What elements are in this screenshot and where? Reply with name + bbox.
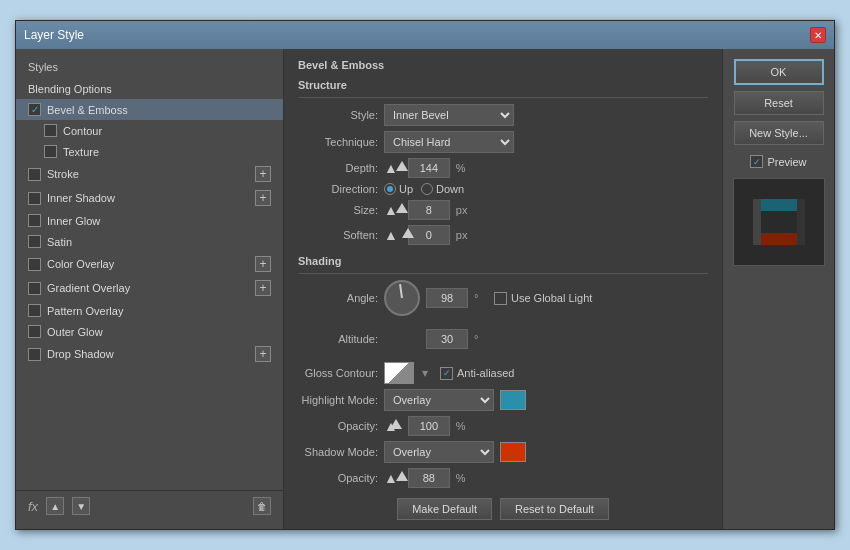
altitude-input[interactable] — [426, 329, 468, 349]
drop-shadow-label: Drop Shadow — [47, 348, 255, 360]
gloss-contour-row: Gloss Contour: ▾ ✓ Anti-aliased — [298, 362, 708, 384]
sidebar-item-satin[interactable]: Satin — [16, 231, 283, 252]
anti-aliased-checkbox[interactable]: ✓ — [440, 367, 453, 380]
preview-checkbox[interactable]: ✓ — [750, 155, 763, 168]
satin-checkbox[interactable] — [28, 235, 41, 248]
direction-down-item[interactable]: Down — [421, 183, 464, 195]
shadow-mode-select[interactable]: Overlay Normal Multiply — [384, 441, 494, 463]
highlight-mode-select[interactable]: Overlay Normal Screen — [384, 389, 494, 411]
inner-glow-checkbox[interactable] — [28, 214, 41, 227]
sidebar-item-color-overlay[interactable]: Color Overlay + — [16, 252, 283, 276]
outer-glow-label: Outer Glow — [47, 326, 271, 338]
highlight-opacity-label: Opacity: — [298, 420, 378, 432]
sidebar-item-contour[interactable]: Contour — [16, 120, 283, 141]
soften-label: Soften: — [298, 229, 378, 241]
anti-aliased-label: Anti-aliased — [457, 367, 514, 379]
left-toolbar: fx ▲ ▼ 🗑 — [16, 490, 283, 521]
direction-up-label: Up — [399, 183, 413, 195]
gloss-contour-label: Gloss Contour: — [298, 367, 378, 379]
technique-select[interactable]: Chisel Hard Smooth Chisel Soft — [384, 131, 514, 153]
bevel-label: Bevel & Emboss — [47, 104, 271, 116]
move-down-button[interactable]: ▼ — [72, 497, 90, 515]
inner-shadow-add-button[interactable]: + — [255, 190, 271, 206]
ok-button[interactable]: OK — [734, 59, 824, 85]
move-up-button[interactable]: ▲ — [46, 497, 64, 515]
depth-label: Depth: — [298, 162, 378, 174]
inner-glow-label: Inner Glow — [47, 215, 271, 227]
shadow-opacity-unit: % — [456, 472, 470, 484]
angle-row: Angle: ° Use Global Light — [298, 280, 708, 316]
direction-down-label: Down — [436, 183, 464, 195]
direction-up-radio[interactable] — [384, 183, 396, 195]
angle-input[interactable] — [426, 288, 468, 308]
dialog-title: Layer Style — [24, 28, 84, 42]
texture-checkbox[interactable] — [44, 145, 57, 158]
make-default-button[interactable]: Make Default — [397, 498, 492, 520]
shadow-color-swatch[interactable] — [500, 442, 526, 462]
reset-to-default-button[interactable]: Reset to Default — [500, 498, 609, 520]
sidebar-item-gradient-overlay[interactable]: Gradient Overlay + — [16, 276, 283, 300]
outer-glow-checkbox[interactable] — [28, 325, 41, 338]
direction-row: Direction: Up Down — [298, 183, 708, 195]
highlight-opacity-input[interactable] — [408, 416, 450, 436]
highlight-color-swatch[interactable] — [500, 390, 526, 410]
bevel-checkbox[interactable]: ✓ — [28, 103, 41, 116]
depth-input[interactable] — [408, 158, 450, 178]
size-input[interactable] — [408, 200, 450, 220]
direction-up-item[interactable]: Up — [384, 183, 413, 195]
sidebar-item-pattern-overlay[interactable]: Pattern Overlay — [16, 300, 283, 321]
direction-label: Direction: — [298, 183, 378, 195]
shadow-opacity-input[interactable] — [408, 468, 450, 488]
use-global-light-checkbox[interactable] — [494, 292, 507, 305]
sidebar-item-blending[interactable]: Blending Options — [16, 79, 283, 99]
stroke-add-button[interactable]: + — [255, 166, 271, 182]
sidebar-item-texture[interactable]: Texture — [16, 141, 283, 162]
new-style-button[interactable]: New Style... — [734, 121, 824, 145]
highlight-mode-row: Highlight Mode: Overlay Normal Screen — [298, 389, 708, 411]
svg-rect-4 — [797, 199, 805, 245]
direction-down-radio[interactable] — [421, 183, 433, 195]
gradient-overlay-label: Gradient Overlay — [47, 282, 255, 294]
sidebar-item-bevel[interactable]: ✓ Bevel & Emboss — [16, 99, 283, 120]
dialog-body: Styles Blending Options ✓ Bevel & Emboss… — [16, 49, 834, 529]
shadow-opacity-row: Opacity: ▲ % — [298, 468, 708, 488]
drop-shadow-add-button[interactable]: + — [255, 346, 271, 362]
satin-label: Satin — [47, 236, 271, 248]
depth-unit: % — [456, 162, 470, 174]
gradient-overlay-checkbox[interactable] — [28, 282, 41, 295]
stroke-checkbox[interactable] — [28, 168, 41, 181]
technique-row: Technique: Chisel Hard Smooth Chisel Sof… — [298, 131, 708, 153]
color-overlay-add-button[interactable]: + — [255, 256, 271, 272]
stroke-label: Stroke — [47, 168, 255, 180]
sidebar-item-drop-shadow[interactable]: Drop Shadow + — [16, 342, 283, 366]
svg-rect-3 — [753, 199, 761, 245]
sidebar-item-inner-glow[interactable]: Inner Glow — [16, 210, 283, 231]
soften-input[interactable] — [408, 225, 450, 245]
style-row: Style: Inner Bevel Outer Bevel Emboss — [298, 104, 708, 126]
angle-dial[interactable] — [384, 280, 420, 316]
style-select[interactable]: Inner Bevel Outer Bevel Emboss — [384, 104, 514, 126]
sidebar-item-outer-glow[interactable]: Outer Glow — [16, 321, 283, 342]
layer-style-dialog: Layer Style ✕ Styles Blending Options ✓ … — [15, 20, 835, 530]
delete-button[interactable]: 🗑 — [253, 497, 271, 515]
sidebar-item-inner-shadow[interactable]: Inner Shadow + — [16, 186, 283, 210]
close-icon: ✕ — [814, 30, 822, 41]
contour-label: Contour — [63, 125, 271, 137]
preview-label: Preview — [767, 156, 806, 168]
pattern-overlay-checkbox[interactable] — [28, 304, 41, 317]
preview-container: ✓ Preview — [750, 155, 806, 168]
shading-title: Shading — [298, 255, 708, 267]
contour-checkbox[interactable] — [44, 124, 57, 137]
angle-unit: ° — [474, 292, 488, 304]
gloss-contour-preview[interactable] — [384, 362, 414, 384]
close-button[interactable]: ✕ — [810, 27, 826, 43]
inner-shadow-checkbox[interactable] — [28, 192, 41, 205]
altitude-row: Altitude: ° — [298, 321, 708, 357]
drop-shadow-checkbox[interactable] — [28, 348, 41, 361]
gradient-overlay-add-button[interactable]: + — [255, 280, 271, 296]
color-overlay-checkbox[interactable] — [28, 258, 41, 271]
highlight-opacity-row: Opacity: ▲ % — [298, 416, 708, 436]
soften-row: Soften: ▲ px — [298, 225, 708, 245]
reset-button[interactable]: Reset — [734, 91, 824, 115]
sidebar-item-stroke[interactable]: Stroke + — [16, 162, 283, 186]
